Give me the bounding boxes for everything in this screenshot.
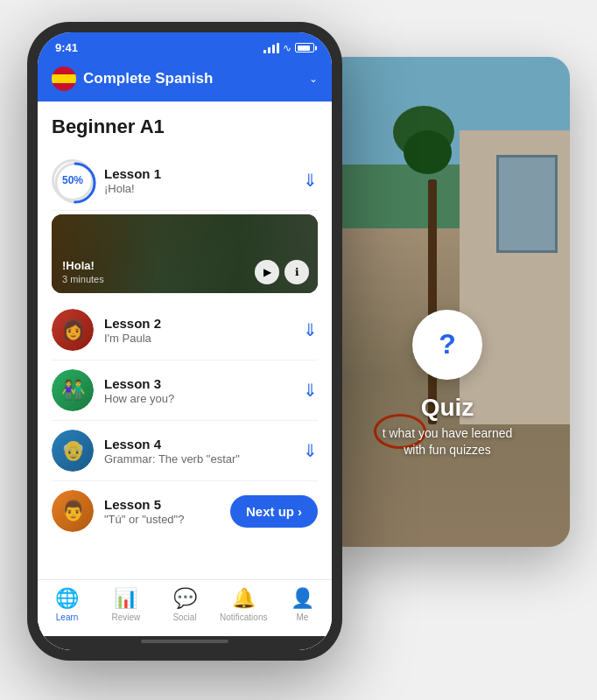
chevron-down-icon[interactable]: ⌄ <box>309 73 318 85</box>
avatar-5-bg: 👨 <box>52 490 94 532</box>
lesson-2-subtitle: I'm Paula <box>104 332 292 345</box>
person-icon-5: 👨 <box>61 500 85 522</box>
lesson-1-subtitle: ¡Hola! <box>104 182 292 195</box>
avatar-4-bg: 👴 <box>52 430 94 472</box>
lesson-item-2[interactable]: 👩 Lesson 2 I'm Paula ⇓ <box>52 300 318 360</box>
avatar-3-bg: 👫 <box>52 369 94 411</box>
lesson-2-avatar: 👩 <box>52 309 94 351</box>
person-icon-2: 👩 <box>61 318 85 341</box>
lesson-4-title: Lesson 4 <box>104 437 292 452</box>
bottom-nav: 🌐 Learn 📊 Review 💬 Social 🔔 Notification… <box>38 579 332 636</box>
lesson-item-4[interactable]: 👴 Lesson 4 Grammar: The verb "estar" ⇓ <box>52 421 318 481</box>
lesson-2-title: Lesson 2 <box>104 316 292 331</box>
quiz-content: ? Quiz t what you have learnedwith fun q… <box>325 310 570 459</box>
lesson-item-5[interactable]: 👨 Lesson 5 "Tú" or "usted"? Next up › <box>52 481 318 541</box>
nav-item-learn[interactable]: 🌐 Learn <box>38 587 96 622</box>
video-play-btn[interactable]: ▶ <box>255 260 279 284</box>
lesson-1-title: Lesson 1 <box>104 166 292 181</box>
nav-item-notifications[interactable]: 🔔 Notifications <box>214 587 273 622</box>
lesson-item-1[interactable]: 50% Lesson 1 ¡Hola! ⇓ <box>52 150 318 211</box>
lesson-4-avatar: 👴 <box>52 430 94 472</box>
lesson-2-info: Lesson 2 I'm Paula <box>104 316 292 345</box>
section-title: Beginner A1 <box>52 116 318 138</box>
progress-circle: 50% <box>52 159 94 201</box>
next-up-label: Next up <box>246 504 294 519</box>
social-label: Social <box>172 612 196 622</box>
signal-bar-2 <box>268 47 270 53</box>
quiz-question-circle: ? <box>412 310 482 380</box>
lesson-1-progress: 50% <box>52 159 94 201</box>
nav-item-social[interactable]: 💬 Social <box>155 587 214 622</box>
lesson-5-avatar: 👨 <box>52 490 94 532</box>
spain-flag-icon <box>52 66 76 91</box>
avatar-2-bg: 👩 <box>52 309 94 351</box>
quiz-question-mark: ? <box>439 328 456 360</box>
signal-bar-4 <box>277 43 279 53</box>
video-card[interactable]: !Hola! 3 minutes ▶ ℹ <box>52 214 318 293</box>
content-scroll: Beginner A1 50% <box>38 102 332 579</box>
signal-bar-3 <box>272 45 275 53</box>
lesson-5-subtitle: "Tú" or "usted"? <box>104 513 220 526</box>
lesson-3-subtitle: How are you? <box>104 392 292 405</box>
status-bar: 9:41 ∿ <box>38 32 332 60</box>
lesson-5-title: Lesson 5 <box>104 497 220 512</box>
video-controls: ▶ ℹ <box>255 260 309 284</box>
signal-bars-icon <box>263 43 279 53</box>
app-content: Beginner A1 50% <box>38 102 332 650</box>
nav-item-review[interactable]: 📊 Review <box>96 587 155 622</box>
notifications-label: Notifications <box>220 612 267 622</box>
lesson-item-3[interactable]: 👫 Lesson 3 How are you? ⇓ <box>52 360 318 421</box>
home-indicator <box>38 636 332 650</box>
scene: ? Quiz t what you have learnedwith fun q… <box>27 22 570 678</box>
video-info-btn[interactable]: ℹ <box>284 260 309 284</box>
learn-label: Learn <box>56 612 79 622</box>
learn-icon: 🌐 <box>55 587 79 610</box>
phone-screen: 9:41 ∿ <box>38 32 332 650</box>
quiz-overlay <box>325 57 570 547</box>
lesson-1-info: Lesson 1 ¡Hola! <box>104 166 292 195</box>
quiz-card: ? Quiz t what you have learnedwith fun q… <box>325 57 570 547</box>
download-icon-1[interactable]: ⇓ <box>303 170 318 191</box>
me-label: Me <box>296 612 308 622</box>
person-icon-3: 👫 <box>61 379 85 402</box>
me-icon: 👤 <box>291 587 314 610</box>
download-icon-3[interactable]: ⇓ <box>303 380 318 401</box>
home-bar <box>141 640 228 643</box>
lesson-4-subtitle: Grammar: The verb "estar" <box>104 452 292 466</box>
download-icon-2[interactable]: ⇓ <box>303 319 318 340</box>
status-time: 9:41 <box>55 41 78 54</box>
review-icon: 📊 <box>114 587 137 610</box>
flag-top <box>52 66 76 74</box>
person-icon-4: 👴 <box>61 439 85 462</box>
wifi-icon: ∿ <box>283 42 291 54</box>
lesson-3-title: Lesson 3 <box>104 376 292 391</box>
lesson-3-avatar: 👫 <box>52 369 94 411</box>
quiz-text-block: Quiz t what you have learnedwith fun qui… <box>383 394 513 459</box>
battery-fill <box>298 46 310 51</box>
review-label: Review <box>111 612 140 622</box>
lesson-3-info: Lesson 3 How are you? <box>104 376 292 405</box>
quiz-subtitle: t what you have learnedwith fun quizzes <box>383 425 513 459</box>
quiz-title: Quiz <box>383 394 513 422</box>
battery-icon <box>295 43 314 52</box>
flag-bottom <box>52 83 76 91</box>
social-icon: 💬 <box>173 587 197 610</box>
nav-item-me[interactable]: 👤 Me <box>273 587 332 622</box>
download-icon-4[interactable]: ⇓ <box>303 440 318 461</box>
status-icons: ∿ <box>263 42 314 54</box>
next-up-button[interactable]: Next up › <box>230 495 318 528</box>
lesson-5-info: Lesson 5 "Tú" or "usted"? <box>104 497 220 526</box>
notifications-icon: 🔔 <box>232 587 256 610</box>
phone-device: 9:41 ∿ <box>27 22 342 661</box>
app-title: Complete Spanish <box>83 70 302 88</box>
flag-middle <box>52 74 76 82</box>
app-header: Complete Spanish ⌄ <box>38 60 332 102</box>
signal-bar-1 <box>263 50 266 53</box>
progress-text: 50% <box>62 174 83 186</box>
lesson-4-info: Lesson 4 Grammar: The verb "estar" <box>104 437 292 466</box>
next-up-arrow: › <box>298 504 302 519</box>
